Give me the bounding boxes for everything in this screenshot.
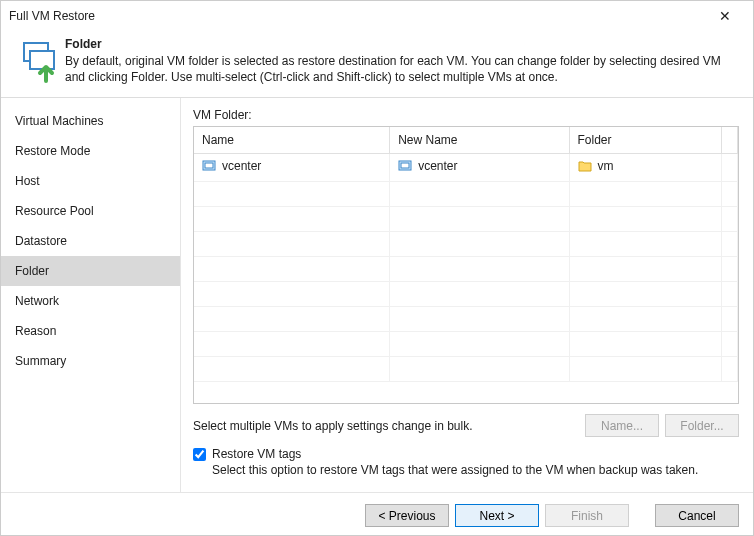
restore-vm-tags-checkbox[interactable] (193, 448, 206, 461)
finish-button: Finish (545, 504, 629, 527)
sidebar-item-host[interactable]: Host (1, 166, 180, 196)
content-panel: VM Folder: Name New Name Folder (181, 98, 753, 492)
close-button[interactable]: ✕ (705, 8, 745, 24)
wizard-body: Virtual Machines Restore Mode Host Resou… (1, 97, 753, 492)
sidebar-item-folder[interactable]: Folder (1, 256, 180, 286)
cancel-button[interactable]: Cancel (655, 504, 739, 527)
folder-icon (578, 159, 592, 173)
vm-icon (398, 159, 412, 173)
table-row[interactable]: vcenter vcenter (194, 154, 738, 182)
col-name[interactable]: Name (194, 127, 390, 154)
header-heading: Folder (65, 37, 739, 51)
col-new-name[interactable]: New Name (390, 127, 569, 154)
window-title: Full VM Restore (9, 9, 705, 23)
wizard-footer: < Previous Next > Finish Cancel (1, 492, 753, 536)
sidebar-item-reason[interactable]: Reason (1, 316, 180, 346)
titlebar: Full VM Restore ✕ (1, 1, 753, 31)
restore-vm-tags-label: Restore VM tags (212, 447, 301, 461)
cell-name: vcenter (222, 159, 261, 173)
vm-folder-grid[interactable]: Name New Name Folder vcent (193, 126, 739, 404)
name-button: Name... (585, 414, 659, 437)
bulk-hint: Select multiple VMs to apply settings ch… (193, 419, 579, 433)
cell-new-name: vcenter (418, 159, 457, 173)
next-button[interactable]: Next > (455, 504, 539, 527)
header-description: By default, original VM folder is select… (65, 53, 739, 85)
sidebar-item-datastore[interactable]: Datastore (1, 226, 180, 256)
sidebar-item-resource-pool[interactable]: Resource Pool (1, 196, 180, 226)
svg-rect-1 (30, 51, 54, 69)
sidebar-item-virtual-machines[interactable]: Virtual Machines (1, 106, 180, 136)
folder-button: Folder... (665, 414, 739, 437)
svg-rect-5 (401, 163, 409, 168)
col-folder[interactable]: Folder (569, 127, 721, 154)
vm-icon (202, 159, 216, 173)
sidebar-item-restore-mode[interactable]: Restore Mode (1, 136, 180, 166)
wizard-steps-sidebar: Virtual Machines Restore Mode Host Resou… (1, 98, 181, 492)
svg-rect-3 (205, 163, 213, 168)
sidebar-item-network[interactable]: Network (1, 286, 180, 316)
previous-button[interactable]: < Previous (365, 504, 449, 527)
col-spacer (721, 127, 737, 154)
folder-restore-icon (15, 37, 65, 85)
cell-folder: vm (598, 159, 614, 173)
wizard-header: Folder By default, original VM folder is… (1, 31, 753, 97)
restore-vm-tags-desc: Select this option to restore VM tags th… (212, 463, 739, 477)
sidebar-item-summary[interactable]: Summary (1, 346, 180, 376)
vm-folder-label: VM Folder: (193, 108, 739, 122)
